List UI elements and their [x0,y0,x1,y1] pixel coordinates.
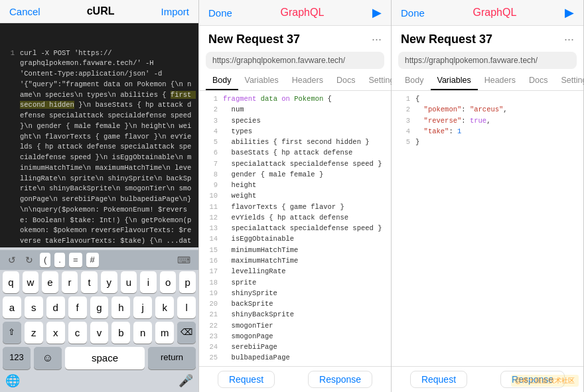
key-v[interactable]: v [90,322,109,344]
key-h[interactable]: h [111,296,130,318]
more-button-1[interactable]: ··· [372,33,382,46]
key-n[interactable]: n [133,322,152,344]
code-line: 18 sprite [203,277,387,288]
key-j[interactable]: j [133,296,152,318]
key-p[interactable]: p [179,271,196,293]
curl-code-text: 1 curl -X POST 'https://graphqlpokemon.f… [5,27,193,247]
space-key[interactable]: space [65,347,145,369]
url-bar-2[interactable]: https://graphqlpokemon.favware.tech/ [398,52,577,69]
code-line: 4 types [203,126,387,137]
graphql-title-2: GraphQL [473,7,517,19]
code-line: 6 baseStats { hp attack defense [203,147,387,158]
key-w[interactable]: w [23,271,39,293]
key-q[interactable]: q [3,271,19,293]
key-a[interactable]: a [3,296,21,318]
main-container: Cancel cURL Import 1 curl -X POST 'https… [0,0,584,392]
keyboard-row-1: q w e r t y u i o p [3,271,196,293]
keyboard-rows: q w e r t y u i o p a s d f g h [0,271,198,344]
key-s[interactable]: s [25,296,43,318]
key-e[interactable]: e [42,271,58,293]
key-l[interactable]: l [177,296,196,318]
keyboard-dismiss-button[interactable]: ⌨ [175,253,193,267]
bottom-buttons-1: Request Response [199,366,391,392]
tab-docs-2[interactable]: Docs [522,72,554,90]
emoji-key[interactable]: ☺ [34,347,62,369]
key-f[interactable]: f [68,296,87,318]
cancel-button[interactable]: Cancel [9,6,40,17]
graphql-code-2[interactable]: 1{ 2 "pokemon": "arceus", 3 "reverse": t… [392,91,583,366]
numbers-key[interactable]: 123 [3,347,31,369]
tab-bar-1: Body Variables Headers Docs Settings [199,72,391,91]
graphql-header-1: Done GraphQL ▶ [199,0,391,26]
key-k[interactable]: k [155,296,174,318]
code-line: 23 smogonPage [203,331,387,342]
tab-headers-2[interactable]: Headers [478,72,522,90]
code-line: 5 abilities { first second hidden } [203,137,387,147]
graphql-header-2: Done GraphQL ▶ [392,0,583,26]
key-i[interactable]: i [140,271,157,293]
key-u[interactable]: u [121,271,137,293]
backspace-key[interactable]: ⌫ [177,322,196,344]
virtual-keyboard[interactable]: ↺ ↻ ( . = # ⌨ q w e r t y u i [0,247,198,392]
key-y[interactable]: y [101,271,117,293]
url-bar-1[interactable]: https://graphqlpokemon.favware.tech/ [206,52,384,69]
key-m[interactable]: m [155,322,174,344]
play-button-1[interactable]: ▶ [372,5,382,20]
equals-button[interactable]: = [69,253,82,267]
curl-code-area[interactable]: 1 curl -X POST 'https://graphqlpokemon.f… [0,23,198,247]
code-line: 20 backSprite [203,298,387,309]
paren-button[interactable]: ( [40,253,50,267]
request-name-1: New Request 37 [208,33,300,46]
key-z[interactable]: z [25,322,43,344]
code-line: 13 specialattack specialdefense speed } [203,223,387,233]
code-line: 2 num [203,104,387,115]
code-line: 24 serebiiPage [203,342,387,352]
microphone-icon[interactable]: 🎤 [179,373,193,388]
done-button-1[interactable]: Done [208,7,232,19]
done-button-2[interactable]: Done [401,7,425,19]
dot-button[interactable]: . [54,253,65,267]
globe-icon[interactable]: 🌐 [5,373,20,388]
code-line: 14 isEggObtainable [203,233,387,244]
response-button-1[interactable]: Response [308,371,372,388]
code-line: 11 flavorTexts { game flavor } [203,202,387,212]
undo-button[interactable]: ↺ [5,253,19,267]
key-r[interactable]: r [62,271,78,293]
keyboard-row-2: a s d f g h j k l [3,296,196,318]
request-button-1[interactable]: Request [218,371,275,388]
return-key[interactable]: return [148,347,196,369]
key-o[interactable]: o [160,271,177,293]
hash-button[interactable]: # [86,253,99,267]
tab-body-2[interactable]: Body [398,72,431,90]
code-line: 9 height [203,180,387,190]
more-button-2[interactable]: ··· [564,33,574,46]
tab-variables-2[interactable]: Variables [431,72,478,90]
tab-bar-2: Body Variables Headers Docs Settings [392,72,583,91]
request-title-1: New Request 37 ··· [199,26,391,49]
graphql-title-1: GraphQL [281,7,325,19]
play-button-2[interactable]: ▶ [565,5,574,20]
request-button-2[interactable]: Request [410,371,467,388]
graphql-panel-1: Done GraphQL ▶ New Request 37 ··· https:… [199,0,392,392]
code-line: 1{ [396,94,579,104]
graphql-code-1[interactable]: 1fragment data on Pokemon { 2 num 3 spec… [199,91,391,366]
code-line: 3 "reverse": true, [396,115,579,126]
tab-body-1[interactable]: Body [206,72,238,90]
tab-docs-1[interactable]: Docs [330,72,362,90]
tab-headers-1[interactable]: Headers [285,72,330,90]
key-c[interactable]: c [68,322,87,344]
code-line: 15 minimumHatchTime [203,245,387,255]
shift-key[interactable]: ⇧ [3,322,21,344]
key-d[interactable]: d [46,296,65,318]
key-x[interactable]: x [46,322,65,344]
import-button[interactable]: Import [161,6,189,17]
request-name-2: New Request 37 [401,33,492,46]
redo-button[interactable]: ↻ [23,253,36,267]
tab-variables-1[interactable]: Variables [238,72,285,90]
tab-settings-2[interactable]: Settings [554,72,584,90]
keyboard-row-4: 123 ☺ space return [0,347,198,372]
key-t[interactable]: t [81,271,98,293]
curl-title: cURL [87,5,115,17]
key-b[interactable]: b [111,322,130,344]
key-g[interactable]: g [90,296,109,318]
